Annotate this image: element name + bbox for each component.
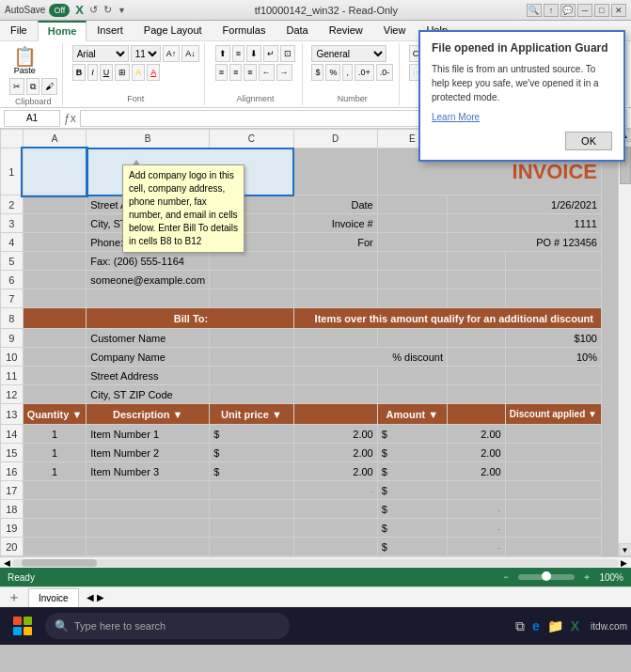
percent-btn[interactable]: % [325, 64, 340, 81]
align-center-btn[interactable]: ≡ [229, 64, 242, 81]
scroll-track[interactable] [620, 142, 631, 543]
cell-G12[interactable] [505, 385, 601, 404]
cell-C11[interactable] [210, 367, 294, 385]
fill-color-btn[interactable]: A [132, 64, 145, 81]
cell-A6[interactable] [23, 271, 87, 289]
cell-B16[interactable]: Item Number 3 [87, 462, 210, 481]
popup-ok-button[interactable]: OK [565, 132, 612, 150]
wrap-text-btn[interactable]: ↵ [263, 45, 278, 62]
cell-G13[interactable]: Discount applied ▼ [505, 404, 601, 425]
copy-btn[interactable]: ⧉ [26, 78, 39, 95]
cell-F12[interactable] [447, 385, 505, 404]
merge-btn[interactable]: ⊡ [280, 45, 295, 62]
taskbar-search-box[interactable]: 🔍 Type here to search [45, 613, 290, 639]
col-header-D[interactable]: D [293, 130, 377, 148]
cell-F2[interactable]: 1/26/2021 [447, 195, 601, 214]
cell-F4[interactable]: PO # 123456 [447, 233, 601, 252]
cell-F16[interactable]: 2.00 [447, 462, 505, 481]
tab-file[interactable]: File [0, 21, 38, 40]
cell-B9[interactable]: Customer Name [87, 329, 210, 348]
cell-G19[interactable] [505, 519, 601, 538]
cell-B7[interactable] [87, 289, 210, 308]
cell-D9[interactable] [293, 329, 377, 348]
cell-D20[interactable] [293, 538, 377, 556]
dropdown-icon[interactable]: ▼ [118, 6, 126, 15]
cell-B13[interactable]: Description ▼ [87, 404, 210, 425]
cell-G10[interactable]: 10% [505, 348, 601, 367]
cell-G14[interactable] [505, 425, 601, 444]
cell-F10[interactable] [447, 348, 505, 367]
cell-G5[interactable] [505, 252, 601, 271]
underline-btn[interactable]: U [100, 64, 114, 81]
cell-C6[interactable] [210, 271, 294, 289]
cell-B17[interactable] [87, 481, 210, 500]
cell-F18[interactable]: - [447, 500, 505, 519]
cell-F3[interactable]: 1111 [447, 214, 601, 233]
minimize-btn[interactable]: ─ [577, 4, 592, 17]
redo-icon[interactable]: ↻ [103, 4, 112, 16]
cell-A10[interactable] [23, 348, 87, 367]
cell-E4[interactable] [377, 233, 447, 252]
cell-F19[interactable]: - [447, 519, 505, 538]
col-header-B[interactable]: B [87, 130, 210, 148]
cell-G16[interactable] [505, 462, 601, 481]
search-titlebar-icon[interactable]: 🔍 [527, 4, 542, 17]
align-middle-btn[interactable]: ≡ [232, 45, 245, 62]
add-sheet-btn[interactable]: ＋ [4, 589, 24, 606]
cell-B8[interactable]: Bill To: [87, 308, 293, 329]
decimal-increase-btn[interactable]: .0+ [355, 64, 374, 81]
cell-C15[interactable]: $ [210, 444, 294, 462]
cell-E19[interactable]: $ [377, 519, 447, 538]
cell-G7[interactable] [505, 289, 601, 308]
cell-G20[interactable] [505, 538, 601, 556]
cell-B19[interactable] [87, 519, 210, 538]
cell-D15[interactable]: 2.00 [293, 444, 377, 462]
cell-F17[interactable] [447, 481, 505, 500]
font-size-select[interactable]: 11 [131, 45, 161, 62]
cell-C9[interactable] [210, 329, 294, 348]
cell-A16[interactable]: 1 [23, 462, 87, 481]
cell-G6[interactable] [505, 271, 601, 289]
scroll-right-btn[interactable]: ▶ [619, 558, 629, 568]
italic-btn[interactable]: I [87, 64, 98, 81]
cell-D8[interactable]: Items over this amount qualify for an ad… [293, 308, 601, 329]
vertical-scrollbar[interactable]: ▲ ▼ [618, 129, 631, 556]
sheet-nav-left[interactable]: ◀ [87, 592, 94, 602]
cell-A7[interactable] [23, 289, 87, 308]
cell-B5[interactable]: Fax: (206) 555-1164 [87, 252, 210, 271]
cell-C14[interactable]: $ [210, 425, 294, 444]
cell-F14[interactable]: 2.00 [447, 425, 505, 444]
cut-btn[interactable]: ✂ [9, 78, 24, 95]
format-painter-btn[interactable]: 🖌 [41, 78, 57, 95]
cell-G9[interactable]: $100 [505, 329, 601, 348]
cell-A3[interactable] [23, 214, 87, 233]
cell-B6[interactable]: someone@example.com [87, 271, 210, 289]
decrease-font-btn[interactable]: A↓ [181, 45, 199, 62]
cell-F5[interactable] [447, 252, 505, 271]
align-top-btn[interactable]: ⬆ [215, 45, 230, 62]
cell-F11[interactable] [447, 367, 505, 385]
cell-E9[interactable] [377, 329, 447, 348]
cell-A14[interactable]: 1 [23, 425, 87, 444]
close-btn[interactable]: ✕ [611, 4, 626, 17]
cell-D7[interactable] [293, 289, 377, 308]
tab-view[interactable]: View [373, 21, 417, 40]
cell-B20[interactable] [87, 538, 210, 556]
cell-E13[interactable]: Amount ▼ [377, 404, 447, 425]
cell-D19[interactable] [293, 519, 377, 538]
bold-btn[interactable]: B [72, 64, 87, 81]
font-family-select[interactable]: Arial [72, 45, 129, 62]
cell-D5[interactable] [293, 252, 377, 271]
cell-B10[interactable]: Company Name [87, 348, 210, 367]
align-right-btn[interactable]: ≡ [244, 64, 256, 81]
decimal-decrease-btn[interactable]: .0- [376, 64, 394, 81]
name-box[interactable]: A1 [4, 110, 60, 127]
cell-B18[interactable] [87, 500, 210, 519]
learn-more-link[interactable]: Learn More [432, 112, 612, 122]
cell-G11[interactable] [505, 367, 601, 385]
tab-formulas[interactable]: Formulas [213, 21, 276, 40]
cell-F20[interactable]: - [447, 538, 505, 556]
cell-E5[interactable] [377, 252, 447, 271]
maximize-btn[interactable]: □ [594, 4, 609, 17]
cell-G18[interactable] [505, 500, 601, 519]
